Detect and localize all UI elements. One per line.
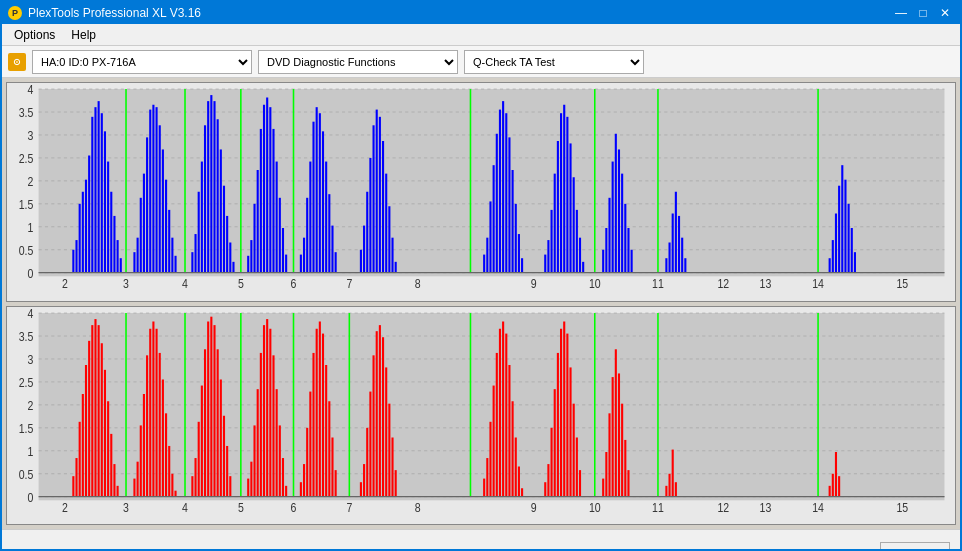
svg-text:7: 7 — [346, 501, 352, 514]
svg-rect-311 — [621, 403, 623, 496]
svg-rect-196 — [79, 421, 81, 496]
svg-text:1.5: 1.5 — [19, 198, 34, 211]
drive-select[interactable]: HA:0 ID:0 PX-716A — [32, 50, 252, 74]
svg-rect-315 — [665, 485, 667, 496]
titlebar: P PlexTools Professional XL V3.16 — □ ✕ — [2, 2, 960, 24]
svg-rect-156 — [848, 204, 850, 273]
svg-rect-45 — [165, 180, 167, 273]
menu-help[interactable]: Help — [63, 26, 104, 44]
svg-rect-117 — [521, 258, 523, 273]
svg-text:10: 10 — [589, 501, 601, 514]
svg-rect-297 — [560, 328, 562, 496]
svg-rect-230 — [207, 321, 209, 496]
svg-rect-211 — [137, 461, 139, 496]
svg-rect-139 — [627, 228, 629, 273]
svg-rect-120 — [551, 210, 553, 273]
svg-rect-46 — [168, 210, 170, 273]
svg-rect-310 — [618, 373, 620, 496]
svg-rect-261 — [325, 365, 327, 497]
svg-rect-323 — [838, 476, 840, 497]
svg-text:2.5: 2.5 — [19, 376, 34, 389]
svg-rect-245 — [266, 319, 268, 497]
svg-rect-137 — [621, 174, 623, 273]
svg-rect-242 — [257, 389, 259, 497]
minimize-button[interactable]: — — [892, 5, 910, 21]
bottom-chart: 4 3.5 3 2.5 2 1.5 1 0.5 0 — [6, 306, 956, 526]
svg-rect-249 — [279, 425, 281, 496]
svg-rect-244 — [263, 325, 265, 497]
svg-rect-287 — [508, 365, 510, 497]
svg-rect-273 — [382, 337, 384, 496]
svg-rect-69 — [260, 129, 262, 273]
svg-text:7: 7 — [346, 278, 352, 291]
svg-rect-134 — [612, 162, 614, 273]
svg-text:1.5: 1.5 — [19, 422, 34, 435]
svg-rect-202 — [98, 325, 100, 497]
svg-rect-93 — [363, 226, 365, 273]
svg-rect-250 — [282, 458, 284, 497]
svg-rect-147 — [678, 216, 680, 273]
svg-rect-305 — [602, 478, 604, 496]
svg-rect-150 — [829, 258, 831, 273]
svg-rect-212 — [140, 425, 142, 496]
svg-text:3.5: 3.5 — [19, 330, 34, 343]
maximize-button[interactable]: □ — [914, 5, 932, 21]
svg-rect-81 — [306, 198, 308, 273]
svg-rect-210 — [133, 478, 135, 496]
svg-rect-229 — [204, 349, 206, 496]
svg-rect-126 — [569, 143, 571, 272]
main-content: 4 3.5 3 2.5 2 1.5 1 0.5 0 — [2, 78, 960, 529]
menu-options[interactable]: Options — [6, 26, 63, 44]
svg-rect-232 — [213, 325, 215, 497]
svg-rect-284 — [499, 328, 501, 496]
svg-rect-110 — [499, 110, 501, 273]
svg-rect-105 — [483, 255, 485, 273]
start-button[interactable]: Start — [880, 542, 950, 552]
svg-rect-128 — [576, 210, 578, 273]
svg-rect-129 — [579, 238, 581, 273]
svg-rect-20 — [75, 240, 77, 273]
svg-rect-321 — [832, 473, 834, 496]
svg-rect-149 — [684, 258, 686, 273]
svg-rect-51 — [194, 234, 196, 273]
svg-rect-302 — [576, 437, 578, 496]
svg-text:9: 9 — [531, 278, 537, 291]
menubar: Options Help — [2, 24, 960, 46]
svg-rect-225 — [191, 476, 193, 497]
svg-rect-66 — [250, 240, 252, 273]
svg-rect-95 — [369, 158, 371, 273]
svg-rect-124 — [563, 105, 565, 273]
svg-rect-194 — [72, 476, 74, 497]
svg-text:3: 3 — [123, 278, 129, 291]
svg-rect-101 — [388, 206, 390, 272]
svg-text:11: 11 — [652, 501, 664, 514]
svg-rect-218 — [159, 352, 161, 496]
svg-rect-154 — [841, 165, 843, 273]
close-button[interactable]: ✕ — [936, 5, 954, 21]
svg-rect-144 — [668, 243, 670, 273]
svg-rect-143 — [665, 258, 667, 273]
svg-rect-54 — [204, 125, 206, 272]
svg-rect-60 — [223, 186, 225, 273]
svg-rect-123 — [560, 113, 562, 272]
svg-rect-59 — [220, 149, 222, 272]
svg-rect-260 — [322, 333, 324, 496]
svg-rect-27 — [98, 101, 100, 273]
svg-text:13: 13 — [760, 501, 772, 514]
svg-text:14: 14 — [812, 278, 824, 291]
svg-rect-257 — [312, 352, 314, 496]
svg-rect-254 — [303, 464, 305, 497]
svg-rect-231 — [210, 316, 212, 496]
function-select[interactable]: DVD Diagnostic Functions — [258, 50, 458, 74]
svg-rect-219 — [162, 379, 164, 496]
svg-rect-94 — [366, 192, 368, 273]
svg-rect-215 — [149, 328, 151, 496]
svg-rect-44 — [162, 149, 164, 272]
test-select[interactable]: Q-Check TA Test — [464, 50, 644, 74]
svg-text:3: 3 — [27, 129, 33, 142]
svg-text:1: 1 — [27, 221, 33, 234]
top-chart: 4 3.5 3 2.5 2 1.5 1 0.5 0 — [6, 82, 956, 302]
svg-rect-56 — [210, 95, 212, 273]
svg-rect-259 — [319, 321, 321, 496]
svg-rect-313 — [627, 470, 629, 497]
